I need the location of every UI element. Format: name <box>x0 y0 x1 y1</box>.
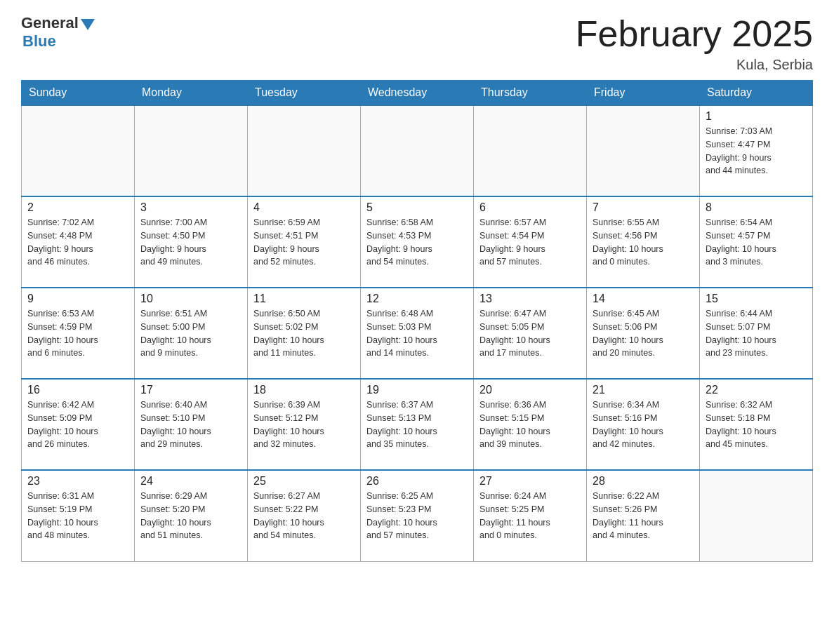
weekday-header-wednesday: Wednesday <box>361 81 474 106</box>
day-number: 16 <box>27 384 128 396</box>
day-info: Sunrise: 6:32 AM Sunset: 5:18 PM Dayligh… <box>706 398 807 451</box>
day-number: 2 <box>27 201 128 214</box>
day-number: 5 <box>366 201 468 214</box>
day-number: 13 <box>479 293 581 305</box>
logo-general-text: General <box>21 14 79 32</box>
day-info: Sunrise: 6:40 AM Sunset: 5:10 PM Dayligh… <box>140 398 241 451</box>
day-number: 17 <box>140 384 241 396</box>
calendar-cell <box>474 105 587 196</box>
calendar-week-1: 1Sunrise: 7:03 AM Sunset: 4:47 PM Daylig… <box>22 105 813 196</box>
day-info: Sunrise: 6:59 AM Sunset: 4:51 PM Dayligh… <box>253 216 355 269</box>
calendar-cell: 13Sunrise: 6:47 AM Sunset: 5:05 PM Dayli… <box>474 288 587 379</box>
day-number: 24 <box>140 475 241 488</box>
calendar-cell: 12Sunrise: 6:48 AM Sunset: 5:03 PM Dayli… <box>361 288 474 379</box>
day-number: 7 <box>593 201 694 214</box>
day-number: 9 <box>27 293 128 305</box>
day-info: Sunrise: 6:58 AM Sunset: 4:53 PM Dayligh… <box>366 216 468 269</box>
weekday-header-sunday: Sunday <box>22 81 135 106</box>
calendar-cell: 27Sunrise: 6:24 AM Sunset: 5:25 PM Dayli… <box>474 470 587 561</box>
day-info: Sunrise: 6:25 AM Sunset: 5:23 PM Dayligh… <box>366 490 468 542</box>
calendar-cell: 11Sunrise: 6:50 AM Sunset: 5:02 PM Dayli… <box>248 288 361 379</box>
weekday-header-friday: Friday <box>587 81 700 106</box>
day-info: Sunrise: 6:36 AM Sunset: 5:15 PM Dayligh… <box>479 398 581 451</box>
day-info: Sunrise: 6:39 AM Sunset: 5:12 PM Dayligh… <box>253 398 355 451</box>
day-info: Sunrise: 7:00 AM Sunset: 4:50 PM Dayligh… <box>140 216 241 269</box>
day-info: Sunrise: 6:53 AM Sunset: 4:59 PM Dayligh… <box>27 307 128 360</box>
day-info: Sunrise: 6:27 AM Sunset: 5:22 PM Dayligh… <box>253 490 355 542</box>
title-block: February 2025 Kula, Serbia <box>576 14 813 73</box>
day-info: Sunrise: 6:55 AM Sunset: 4:56 PM Dayligh… <box>593 216 694 269</box>
logo-arrow-icon <box>81 19 95 30</box>
day-number: 15 <box>706 293 807 305</box>
day-info: Sunrise: 7:02 AM Sunset: 4:48 PM Dayligh… <box>27 216 128 269</box>
calendar-cell: 24Sunrise: 6:29 AM Sunset: 5:20 PM Dayli… <box>135 470 248 561</box>
calendar-cell: 2Sunrise: 7:02 AM Sunset: 4:48 PM Daylig… <box>22 196 135 288</box>
day-info: Sunrise: 6:54 AM Sunset: 4:57 PM Dayligh… <box>706 216 807 269</box>
day-info: Sunrise: 6:29 AM Sunset: 5:20 PM Dayligh… <box>140 490 241 542</box>
day-info: Sunrise: 6:44 AM Sunset: 5:07 PM Dayligh… <box>706 307 807 360</box>
day-number: 1 <box>706 110 807 123</box>
day-info: Sunrise: 6:50 AM Sunset: 5:02 PM Dayligh… <box>253 307 355 360</box>
calendar-cell <box>135 105 248 196</box>
calendar-cell: 8Sunrise: 6:54 AM Sunset: 4:57 PM Daylig… <box>700 196 813 288</box>
calendar-cell: 4Sunrise: 6:59 AM Sunset: 4:51 PM Daylig… <box>248 196 361 288</box>
day-number: 28 <box>593 475 694 488</box>
location: Kula, Serbia <box>576 57 813 73</box>
calendar-cell: 22Sunrise: 6:32 AM Sunset: 5:18 PM Dayli… <box>700 379 813 470</box>
day-info: Sunrise: 7:03 AM Sunset: 4:47 PM Dayligh… <box>706 125 807 177</box>
calendar-cell <box>361 105 474 196</box>
day-number: 14 <box>593 293 694 305</box>
day-number: 20 <box>479 384 581 396</box>
weekday-header-thursday: Thursday <box>474 81 587 106</box>
month-title: February 2025 <box>576 14 813 54</box>
calendar-cell <box>22 105 135 196</box>
weekday-header-tuesday: Tuesday <box>248 81 361 106</box>
day-number: 6 <box>479 201 581 214</box>
day-info: Sunrise: 6:22 AM Sunset: 5:26 PM Dayligh… <box>593 490 694 542</box>
day-number: 8 <box>706 201 807 214</box>
calendar-cell: 10Sunrise: 6:51 AM Sunset: 5:00 PM Dayli… <box>135 288 248 379</box>
day-info: Sunrise: 6:37 AM Sunset: 5:13 PM Dayligh… <box>366 398 468 451</box>
day-info: Sunrise: 6:34 AM Sunset: 5:16 PM Dayligh… <box>593 398 694 451</box>
calendar-cell: 1Sunrise: 7:03 AM Sunset: 4:47 PM Daylig… <box>700 105 813 196</box>
day-number: 11 <box>253 293 355 305</box>
calendar-week-4: 16Sunrise: 6:42 AM Sunset: 5:09 PM Dayli… <box>22 379 813 470</box>
logo: General Blue <box>21 14 97 51</box>
calendar-cell: 23Sunrise: 6:31 AM Sunset: 5:19 PM Dayli… <box>22 470 135 561</box>
calendar-cell: 21Sunrise: 6:34 AM Sunset: 5:16 PM Dayli… <box>587 379 700 470</box>
calendar-cell <box>248 105 361 196</box>
day-number: 22 <box>706 384 807 396</box>
day-info: Sunrise: 6:51 AM Sunset: 5:00 PM Dayligh… <box>140 307 241 360</box>
day-info: Sunrise: 6:42 AM Sunset: 5:09 PM Dayligh… <box>27 398 128 451</box>
calendar-cell <box>587 105 700 196</box>
calendar-cell: 9Sunrise: 6:53 AM Sunset: 4:59 PM Daylig… <box>22 288 135 379</box>
calendar-cell: 28Sunrise: 6:22 AM Sunset: 5:26 PM Dayli… <box>587 470 700 561</box>
day-number: 10 <box>140 293 241 305</box>
logo-blue-text: Blue <box>22 32 56 50</box>
calendar-cell: 19Sunrise: 6:37 AM Sunset: 5:13 PM Dayli… <box>361 379 474 470</box>
day-number: 4 <box>253 201 355 214</box>
page-header: General Blue February 2025 Kula, Serbia <box>21 14 813 73</box>
day-number: 25 <box>253 475 355 488</box>
day-number: 23 <box>27 475 128 488</box>
day-info: Sunrise: 6:31 AM Sunset: 5:19 PM Dayligh… <box>27 490 128 542</box>
day-info: Sunrise: 6:45 AM Sunset: 5:06 PM Dayligh… <box>593 307 694 360</box>
calendar-cell: 18Sunrise: 6:39 AM Sunset: 5:12 PM Dayli… <box>248 379 361 470</box>
calendar-header-row: SundayMondayTuesdayWednesdayThursdayFrid… <box>22 81 813 106</box>
calendar-week-3: 9Sunrise: 6:53 AM Sunset: 4:59 PM Daylig… <box>22 288 813 379</box>
calendar-cell: 5Sunrise: 6:58 AM Sunset: 4:53 PM Daylig… <box>361 196 474 288</box>
weekday-header-monday: Monday <box>135 81 248 106</box>
calendar-cell: 25Sunrise: 6:27 AM Sunset: 5:22 PM Dayli… <box>248 470 361 561</box>
day-number: 3 <box>140 201 241 214</box>
day-number: 26 <box>366 475 468 488</box>
day-info: Sunrise: 6:48 AM Sunset: 5:03 PM Dayligh… <box>366 307 468 360</box>
day-info: Sunrise: 6:24 AM Sunset: 5:25 PM Dayligh… <box>479 490 581 542</box>
calendar-cell: 16Sunrise: 6:42 AM Sunset: 5:09 PM Dayli… <box>22 379 135 470</box>
calendar-cell: 20Sunrise: 6:36 AM Sunset: 5:15 PM Dayli… <box>474 379 587 470</box>
calendar-cell: 3Sunrise: 7:00 AM Sunset: 4:50 PM Daylig… <box>135 196 248 288</box>
day-number: 27 <box>479 475 581 488</box>
calendar-cell: 14Sunrise: 6:45 AM Sunset: 5:06 PM Dayli… <box>587 288 700 379</box>
calendar-cell: 15Sunrise: 6:44 AM Sunset: 5:07 PM Dayli… <box>700 288 813 379</box>
day-info: Sunrise: 6:57 AM Sunset: 4:54 PM Dayligh… <box>479 216 581 269</box>
day-info: Sunrise: 6:47 AM Sunset: 5:05 PM Dayligh… <box>479 307 581 360</box>
